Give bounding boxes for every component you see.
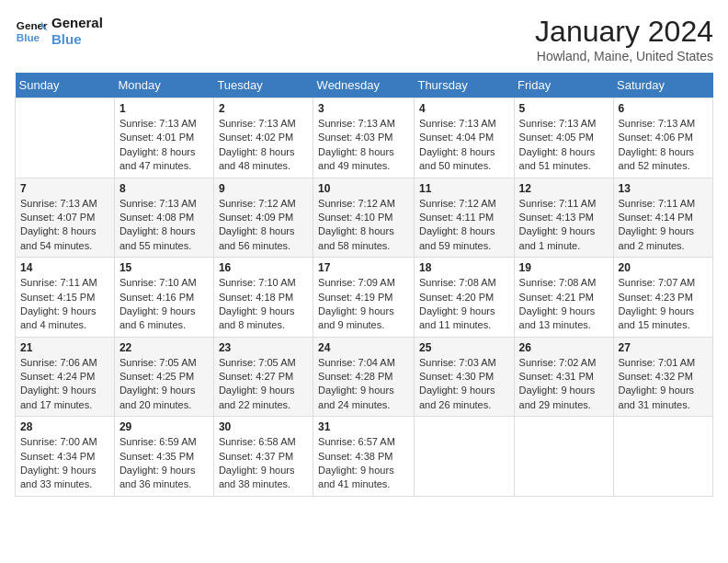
location: Howland, Maine, United States — [535, 49, 713, 63]
daylight-text: Daylight: 8 hours and 51 minutes. — [519, 145, 609, 174]
sunrise-text: Sunrise: 7:13 AM — [619, 117, 708, 131]
day-cell: 1 Sunrise: 7:13 AM Sunset: 4:01 PM Dayli… — [114, 98, 213, 178]
day-number: 25 — [419, 341, 509, 354]
day-cell: 15 Sunrise: 7:10 AM Sunset: 4:16 PM Dayl… — [114, 258, 213, 338]
day-info: Sunrise: 7:11 AM Sunset: 4:13 PM Dayligh… — [519, 197, 609, 254]
sunrise-text: Sunrise: 7:12 AM — [219, 197, 308, 211]
day-info: Sunrise: 7:02 AM Sunset: 4:31 PM Dayligh… — [519, 356, 609, 413]
daylight-text: Daylight: 9 hours and 26 minutes. — [419, 384, 509, 412]
sunrise-text: Sunrise: 7:13 AM — [20, 197, 109, 211]
day-number: 28 — [20, 420, 109, 433]
daylight-text: Daylight: 8 hours and 55 minutes. — [119, 224, 209, 253]
day-number: 16 — [219, 261, 308, 274]
day-cell: 2 Sunrise: 7:13 AM Sunset: 4:02 PM Dayli… — [213, 98, 313, 178]
day-info: Sunrise: 7:00 AM Sunset: 4:34 PM Dayligh… — [20, 435, 109, 492]
sunrise-text: Sunrise: 7:02 AM — [519, 356, 609, 370]
sunrise-text: Sunrise: 7:01 AM — [619, 356, 708, 370]
sunrise-text: Sunrise: 7:13 AM — [119, 117, 209, 131]
sunset-text: Sunset: 4:27 PM — [219, 370, 308, 384]
week-row-5: 28 Sunrise: 7:00 AM Sunset: 4:34 PM Dayl… — [16, 417, 713, 497]
sunrise-text: Sunrise: 7:07 AM — [619, 276, 708, 290]
day-cell: 16 Sunrise: 7:10 AM Sunset: 4:18 PM Dayl… — [213, 258, 313, 338]
day-info: Sunrise: 7:11 AM Sunset: 4:14 PM Dayligh… — [619, 197, 708, 254]
day-info: Sunrise: 7:12 AM Sunset: 4:10 PM Dayligh… — [318, 197, 409, 254]
sunrise-text: Sunrise: 7:08 AM — [419, 276, 509, 290]
daylight-text: Daylight: 9 hours and 4 minutes. — [20, 304, 109, 333]
sunrise-text: Sunrise: 7:11 AM — [20, 276, 109, 290]
day-cell — [613, 417, 712, 497]
day-number: 7 — [20, 182, 109, 195]
sunset-text: Sunset: 4:19 PM — [318, 291, 409, 304]
day-info: Sunrise: 7:09 AM Sunset: 4:19 PM Dayligh… — [318, 276, 409, 333]
daylight-text: Daylight: 9 hours and 9 minutes. — [318, 304, 409, 333]
logo: General Blue General Blue — [15, 15, 103, 48]
day-cell: 20 Sunrise: 7:07 AM Sunset: 4:23 PM Dayl… — [613, 258, 712, 338]
sunset-text: Sunset: 4:16 PM — [119, 291, 209, 304]
sunset-text: Sunset: 4:32 PM — [619, 370, 708, 384]
sunset-text: Sunset: 4:02 PM — [219, 131, 308, 144]
day-number: 9 — [219, 182, 308, 195]
day-cell: 31 Sunrise: 6:57 AM Sunset: 4:38 PM Dayl… — [313, 417, 415, 497]
daylight-text: Daylight: 9 hours and 36 minutes. — [119, 464, 209, 492]
day-info: Sunrise: 7:13 AM Sunset: 4:06 PM Dayligh… — [619, 117, 708, 174]
sunset-text: Sunset: 4:15 PM — [20, 291, 109, 304]
day-cell: 5 Sunrise: 7:13 AM Sunset: 4:05 PM Dayli… — [514, 98, 613, 178]
day-number: 29 — [119, 420, 209, 433]
day-cell: 22 Sunrise: 7:05 AM Sunset: 4:25 PM Dayl… — [114, 337, 213, 417]
sunset-text: Sunset: 4:21 PM — [519, 291, 609, 304]
day-info: Sunrise: 7:13 AM Sunset: 4:07 PM Dayligh… — [20, 197, 109, 254]
week-row-4: 21 Sunrise: 7:06 AM Sunset: 4:24 PM Dayl… — [16, 337, 713, 417]
sunset-text: Sunset: 4:28 PM — [318, 370, 409, 384]
day-info: Sunrise: 7:07 AM Sunset: 4:23 PM Dayligh… — [619, 276, 708, 333]
daylight-text: Daylight: 8 hours and 50 minutes. — [419, 145, 509, 174]
day-info: Sunrise: 6:57 AM Sunset: 4:38 PM Dayligh… — [318, 435, 409, 492]
daylight-text: Daylight: 9 hours and 13 minutes. — [519, 304, 609, 333]
day-cell: 3 Sunrise: 7:13 AM Sunset: 4:03 PM Dayli… — [313, 98, 415, 178]
sunrise-text: Sunrise: 7:13 AM — [219, 117, 308, 131]
daylight-text: Daylight: 9 hours and 17 minutes. — [20, 384, 109, 412]
day-info: Sunrise: 7:03 AM Sunset: 4:30 PM Dayligh… — [419, 356, 509, 413]
sunrise-text: Sunrise: 7:05 AM — [119, 356, 209, 370]
day-number: 31 — [318, 420, 409, 433]
day-cell: 28 Sunrise: 7:00 AM Sunset: 4:34 PM Dayl… — [16, 417, 115, 497]
sunrise-text: Sunrise: 7:10 AM — [119, 276, 209, 290]
day-cell: 27 Sunrise: 7:01 AM Sunset: 4:32 PM Dayl… — [613, 337, 712, 417]
daylight-text: Daylight: 8 hours and 52 minutes. — [619, 145, 708, 174]
day-number: 19 — [519, 261, 609, 274]
daylight-text: Daylight: 8 hours and 54 minutes. — [20, 224, 109, 253]
sunset-text: Sunset: 4:18 PM — [219, 291, 308, 304]
daylight-text: Daylight: 9 hours and 20 minutes. — [119, 384, 209, 412]
day-cell: 21 Sunrise: 7:06 AM Sunset: 4:24 PM Dayl… — [16, 337, 115, 417]
sunset-text: Sunset: 4:08 PM — [119, 211, 209, 224]
day-cell — [514, 417, 613, 497]
logo-icon: General Blue — [15, 15, 48, 48]
sunrise-text: Sunrise: 7:00 AM — [20, 435, 109, 449]
week-row-1: 1 Sunrise: 7:13 AM Sunset: 4:01 PM Dayli… — [16, 98, 713, 178]
month-title: January 2024 — [535, 15, 713, 49]
daylight-text: Daylight: 9 hours and 8 minutes. — [219, 304, 308, 333]
day-number: 14 — [20, 261, 109, 274]
header-cell-wednesday: Wednesday — [313, 73, 415, 98]
sunset-text: Sunset: 4:03 PM — [318, 131, 409, 144]
day-number: 2 — [219, 102, 308, 115]
day-number: 23 — [219, 341, 308, 354]
sunrise-text: Sunrise: 7:04 AM — [318, 356, 409, 370]
sunrise-text: Sunrise: 7:13 AM — [119, 197, 209, 211]
header-cell-friday: Friday — [514, 73, 613, 98]
daylight-text: Daylight: 8 hours and 58 minutes. — [318, 224, 409, 253]
day-cell: 18 Sunrise: 7:08 AM Sunset: 4:20 PM Dayl… — [414, 258, 514, 338]
day-cell: 4 Sunrise: 7:13 AM Sunset: 4:04 PM Dayli… — [414, 98, 514, 178]
header-cell-thursday: Thursday — [414, 73, 514, 98]
sunset-text: Sunset: 4:14 PM — [619, 211, 708, 224]
day-number: 3 — [318, 102, 409, 115]
day-number: 18 — [419, 261, 509, 274]
header-cell-saturday: Saturday — [613, 73, 712, 98]
calendar-table: SundayMondayTuesdayWednesdayThursdayFrid… — [15, 73, 713, 497]
calendar-header: SundayMondayTuesdayWednesdayThursdayFrid… — [16, 73, 713, 98]
day-info: Sunrise: 7:13 AM Sunset: 4:08 PM Dayligh… — [119, 197, 209, 254]
week-row-3: 14 Sunrise: 7:11 AM Sunset: 4:15 PM Dayl… — [16, 258, 713, 338]
logo-general: General — [51, 15, 103, 31]
day-number: 20 — [619, 261, 708, 274]
day-number: 27 — [619, 341, 708, 354]
header-cell-monday: Monday — [114, 73, 213, 98]
